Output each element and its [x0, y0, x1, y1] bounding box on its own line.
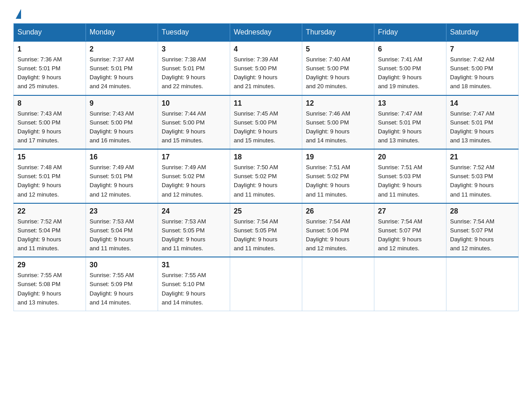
day-number: 17: [162, 153, 226, 161]
day-number: 30: [90, 261, 154, 269]
calendar-cell: 19 Sunrise: 7:51 AM Sunset: 5:02 PM Dayl…: [302, 149, 374, 203]
header-wednesday: Wednesday: [230, 24, 302, 42]
calendar-cell: 30 Sunrise: 7:55 AM Sunset: 5:09 PM Dayl…: [86, 257, 158, 311]
day-number: 23: [90, 207, 154, 215]
calendar-cell: 28 Sunrise: 7:54 AM Sunset: 5:07 PM Dayl…: [446, 203, 519, 257]
day-info: Sunrise: 7:53 AM Sunset: 5:04 PM Dayligh…: [90, 217, 154, 253]
day-number: 31: [162, 261, 226, 269]
day-number: 27: [378, 207, 442, 215]
day-number: 8: [17, 99, 82, 107]
calendar-cell: 25 Sunrise: 7:54 AM Sunset: 5:05 PM Dayl…: [230, 203, 302, 257]
day-number: 25: [234, 207, 298, 215]
week-row-1: 1 Sunrise: 7:36 AM Sunset: 5:01 PM Dayli…: [14, 41, 519, 95]
calendar-cell: 17 Sunrise: 7:49 AM Sunset: 5:02 PM Dayl…: [158, 149, 230, 203]
day-number: 2: [90, 45, 154, 53]
calendar-cell: 16 Sunrise: 7:49 AM Sunset: 5:01 PM Dayl…: [86, 149, 158, 203]
header-sunday: Sunday: [14, 24, 86, 42]
day-number: 21: [450, 153, 515, 161]
calendar-cell: 20 Sunrise: 7:51 AM Sunset: 5:03 PM Dayl…: [374, 149, 446, 203]
day-number: 29: [17, 261, 82, 269]
day-info: Sunrise: 7:44 AM Sunset: 5:00 PM Dayligh…: [162, 109, 226, 146]
day-info: Sunrise: 7:52 AM Sunset: 5:04 PM Dayligh…: [17, 217, 82, 253]
day-number: 12: [306, 99, 370, 107]
calendar-cell: [230, 257, 302, 311]
calendar-cell: 9 Sunrise: 7:43 AM Sunset: 5:00 PM Dayli…: [86, 95, 158, 150]
day-info: Sunrise: 7:45 AM Sunset: 5:00 PM Dayligh…: [234, 109, 298, 146]
calendar-cell: 24 Sunrise: 7:53 AM Sunset: 5:05 PM Dayl…: [158, 203, 230, 257]
header-tuesday: Tuesday: [158, 24, 230, 42]
calendar-cell: 3 Sunrise: 7:38 AM Sunset: 5:01 PM Dayli…: [158, 41, 230, 95]
day-info: Sunrise: 7:54 AM Sunset: 5:05 PM Dayligh…: [234, 217, 298, 253]
calendar-cell: 27 Sunrise: 7:54 AM Sunset: 5:07 PM Dayl…: [374, 203, 446, 257]
day-number: 24: [162, 207, 226, 215]
day-number: 26: [306, 207, 370, 215]
week-row-5: 29 Sunrise: 7:55 AM Sunset: 5:08 PM Dayl…: [14, 257, 519, 311]
calendar-cell: [302, 257, 374, 311]
calendar-cell: 18 Sunrise: 7:50 AM Sunset: 5:02 PM Dayl…: [230, 149, 302, 203]
week-row-2: 8 Sunrise: 7:43 AM Sunset: 5:00 PM Dayli…: [14, 95, 519, 150]
day-info: Sunrise: 7:51 AM Sunset: 5:03 PM Dayligh…: [378, 163, 442, 199]
calendar-cell: 1 Sunrise: 7:36 AM Sunset: 5:01 PM Dayli…: [14, 41, 86, 95]
day-number: 1: [17, 45, 82, 53]
week-row-4: 22 Sunrise: 7:52 AM Sunset: 5:04 PM Dayl…: [14, 203, 519, 257]
calendar-cell: [446, 257, 519, 311]
day-number: 16: [90, 153, 154, 161]
logo-triangle-icon: [16, 9, 21, 19]
calendar-cell: 29 Sunrise: 7:55 AM Sunset: 5:08 PM Dayl…: [14, 257, 86, 311]
calendar-cell: 22 Sunrise: 7:52 AM Sunset: 5:04 PM Dayl…: [14, 203, 86, 257]
calendar-cell: 12 Sunrise: 7:46 AM Sunset: 5:00 PM Dayl…: [302, 95, 374, 150]
calendar-cell: [374, 257, 446, 311]
day-info: Sunrise: 7:53 AM Sunset: 5:05 PM Dayligh…: [162, 217, 226, 253]
day-info: Sunrise: 7:41 AM Sunset: 5:00 PM Dayligh…: [378, 55, 442, 91]
day-info: Sunrise: 7:38 AM Sunset: 5:01 PM Dayligh…: [162, 55, 226, 91]
day-number: 28: [450, 207, 515, 215]
day-info: Sunrise: 7:39 AM Sunset: 5:00 PM Dayligh…: [234, 55, 298, 91]
day-number: 13: [378, 99, 442, 107]
calendar-cell: 7 Sunrise: 7:42 AM Sunset: 5:00 PM Dayli…: [446, 41, 519, 95]
day-info: Sunrise: 7:52 AM Sunset: 5:03 PM Dayligh…: [450, 163, 515, 199]
day-number: 15: [17, 153, 82, 161]
calendar-cell: 13 Sunrise: 7:47 AM Sunset: 5:01 PM Dayl…: [374, 95, 446, 150]
day-number: 11: [234, 99, 298, 107]
calendar-cell: 23 Sunrise: 7:53 AM Sunset: 5:04 PM Dayl…: [86, 203, 158, 257]
calendar-cell: 15 Sunrise: 7:48 AM Sunset: 5:01 PM Dayl…: [14, 149, 86, 203]
header-thursday: Thursday: [302, 24, 374, 42]
calendar-cell: 8 Sunrise: 7:43 AM Sunset: 5:00 PM Dayli…: [14, 95, 86, 150]
day-number: 10: [162, 99, 226, 107]
day-info: Sunrise: 7:54 AM Sunset: 5:07 PM Dayligh…: [378, 217, 442, 253]
day-info: Sunrise: 7:36 AM Sunset: 5:01 PM Dayligh…: [17, 55, 82, 91]
day-info: Sunrise: 7:49 AM Sunset: 5:01 PM Dayligh…: [90, 163, 154, 199]
week-row-3: 15 Sunrise: 7:48 AM Sunset: 5:01 PM Dayl…: [14, 149, 519, 203]
calendar-cell: 10 Sunrise: 7:44 AM Sunset: 5:00 PM Dayl…: [158, 95, 230, 150]
day-number: 5: [306, 45, 370, 53]
day-info: Sunrise: 7:40 AM Sunset: 5:00 PM Dayligh…: [306, 55, 370, 91]
day-info: Sunrise: 7:51 AM Sunset: 5:02 PM Dayligh…: [306, 163, 370, 199]
day-info: Sunrise: 7:54 AM Sunset: 5:07 PM Dayligh…: [450, 217, 515, 253]
calendar-cell: 4 Sunrise: 7:39 AM Sunset: 5:00 PM Dayli…: [230, 41, 302, 95]
logo: [13, 9, 26, 19]
calendar-cell: 6 Sunrise: 7:41 AM Sunset: 5:00 PM Dayli…: [374, 41, 446, 95]
day-number: 20: [378, 153, 442, 161]
day-info: Sunrise: 7:50 AM Sunset: 5:02 PM Dayligh…: [234, 163, 298, 199]
day-info: Sunrise: 7:46 AM Sunset: 5:00 PM Dayligh…: [306, 109, 370, 146]
day-info: Sunrise: 7:55 AM Sunset: 5:10 PM Dayligh…: [162, 271, 226, 307]
header-monday: Monday: [86, 24, 158, 42]
day-info: Sunrise: 7:37 AM Sunset: 5:01 PM Dayligh…: [90, 55, 154, 91]
calendar-cell: 31 Sunrise: 7:55 AM Sunset: 5:10 PM Dayl…: [158, 257, 230, 311]
day-number: 22: [17, 207, 82, 215]
day-number: 18: [234, 153, 298, 161]
day-number: 4: [234, 45, 298, 53]
page-header: [13, 9, 519, 19]
day-info: Sunrise: 7:54 AM Sunset: 5:06 PM Dayligh…: [306, 217, 370, 253]
day-number: 9: [90, 99, 154, 107]
day-number: 7: [450, 45, 515, 53]
day-info: Sunrise: 7:43 AM Sunset: 5:00 PM Dayligh…: [17, 109, 82, 146]
day-info: Sunrise: 7:42 AM Sunset: 5:00 PM Dayligh…: [450, 55, 515, 91]
day-info: Sunrise: 7:47 AM Sunset: 5:01 PM Dayligh…: [450, 109, 515, 146]
day-info: Sunrise: 7:55 AM Sunset: 5:09 PM Dayligh…: [90, 271, 154, 307]
header-saturday: Saturday: [446, 24, 519, 42]
day-info: Sunrise: 7:49 AM Sunset: 5:02 PM Dayligh…: [162, 163, 226, 199]
calendar-cell: 5 Sunrise: 7:40 AM Sunset: 5:00 PM Dayli…: [302, 41, 374, 95]
day-info: Sunrise: 7:55 AM Sunset: 5:08 PM Dayligh…: [17, 271, 82, 307]
calendar-cell: 26 Sunrise: 7:54 AM Sunset: 5:06 PM Dayl…: [302, 203, 374, 257]
